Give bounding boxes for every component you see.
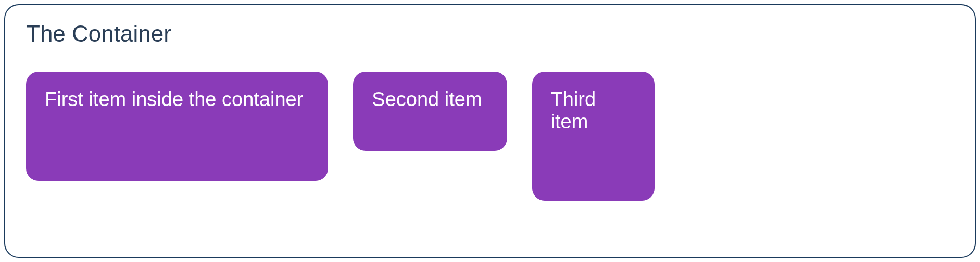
container-item-3: Third item: [532, 72, 655, 201]
item-label: First item inside the container: [45, 88, 303, 110]
items-row: First item inside the container Second i…: [26, 72, 954, 201]
container: The Container First item inside the cont…: [4, 4, 976, 258]
item-label: Third item: [551, 88, 596, 133]
container-item-1: First item inside the container: [26, 72, 328, 181]
item-label: Second item: [372, 88, 482, 110]
container-title: The Container: [26, 21, 954, 47]
container-item-2: Second item: [353, 72, 507, 151]
